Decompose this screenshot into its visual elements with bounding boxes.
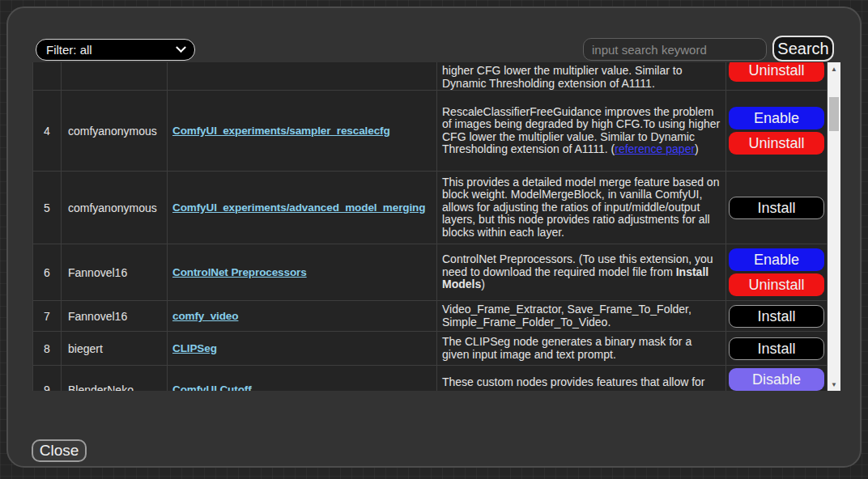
row-id-cell: 9 [32,366,62,391]
extension-title-link[interactable]: ComfyUI_experiments/sampler_rescalecfg [172,125,390,137]
description-text: The CLIPSeg node generates a binary mask… [442,335,691,361]
extension-title-link[interactable]: ComfyUI Cutoff [172,384,252,391]
row-author-cell [62,62,168,90]
enable-button[interactable]: Enable [729,248,824,271]
row-description-cell: These custom nodes provides features tha… [437,366,726,391]
extension-title-link[interactable]: ComfyUI_experiments/advanced_model_mergi… [172,201,425,214]
scrollbar-thumb[interactable] [829,97,839,131]
filter-dropdown-value: Filter: all [46,43,172,57]
row-author: Fannovel16 [68,266,127,279]
row-author-cell: comfyanonymous [62,91,168,171]
description-text: ) [481,278,485,290]
table-row: 4comfyanonymousComfyUI_experiments/sampl… [32,91,828,172]
extension-table: higher CFG lower the multiplier value. S… [32,62,828,391]
install-button[interactable]: Install [729,337,824,360]
reference-paper-link[interactable]: reference paper [615,142,695,155]
uninstall-button[interactable]: Uninstall [729,132,824,155]
scroll-down-icon[interactable]: ▼ [828,378,840,391]
row-actions-cell: EnableUninstall [726,244,828,300]
row-description: higher CFG lower the multiplier value. S… [442,65,721,90]
description-text: ) [695,142,699,155]
description-text: Video_Frame_Extractor, Save_Frame_To_Fol… [442,303,691,329]
install-button[interactable]: Install [729,197,824,219]
extension-title-link[interactable]: comfy_video [172,310,238,322]
table-row: 9BlenderNekoComfyUI CutoffThese custom n… [32,366,828,391]
row-id: 8 [44,342,50,355]
row-id: 9 [44,384,50,391]
row-author: comfyanonymous [68,201,157,214]
row-title-cell: CLIPSeg [168,332,437,365]
uninstall-button[interactable]: Uninstall [729,62,824,82]
row-description-cell: ControlNet Preprocessors. (To use this e… [437,244,726,300]
row-id-cell [32,62,62,90]
install-button[interactable]: Install [729,305,824,328]
row-id-cell: 5 [32,172,62,244]
row-description-cell: This provides a detailed model merge fea… [437,172,726,244]
row-description: The CLIPSeg node generates a binary mask… [442,336,721,361]
row-actions-cell: Disable [726,366,828,391]
custom-nodes-dialog: Filter: all Search higher CFG lower the … [6,6,862,468]
row-description: This provides a detailed model merge fea… [442,176,721,240]
row-id: 5 [44,201,50,214]
description-text: ControlNet Preprocessors. (To use this e… [442,252,713,278]
row-id: 4 [44,125,50,138]
row-id-cell: 4 [32,91,62,171]
row-description: Video_Frame_Extractor, Save_Frame_To_Fol… [442,303,721,329]
row-title-cell: ComfyUI_experiments/advanced_model_mergi… [168,172,437,244]
row-title-cell [168,62,437,90]
table-scrollbar[interactable]: ▲ ▼ [828,62,840,391]
table-row: 5comfyanonymousComfyUI_experiments/advan… [32,172,828,244]
enable-button[interactable]: Enable [729,107,824,129]
table-row: 8biegertCLIPSegThe CLIPSeg node generate… [32,332,828,366]
row-title-cell: ComfyUI_experiments/sampler_rescalecfg [168,91,437,171]
row-id: 7 [44,310,50,323]
search-input[interactable] [583,38,767,61]
row-author: Fannovel16 [68,310,127,323]
row-actions-cell: Uninstall [726,62,828,90]
row-author-cell: BlenderNeko [62,366,168,391]
row-author-cell: Fannovel16 [62,301,168,331]
extension-title-link[interactable]: CLIPSeg [172,342,217,354]
row-description: ControlNet Preprocessors. (To use this e… [442,253,721,291]
row-actions-cell: Install [726,172,828,244]
chevron-down-icon [176,42,186,53]
row-id: 6 [44,266,50,279]
row-author-cell: comfyanonymous [62,172,168,244]
description-text: These custom nodes provides features tha… [442,375,705,388]
row-author: biegert [68,342,103,355]
table-row: higher CFG lower the multiplier value. S… [32,62,828,91]
row-id-cell: 8 [32,332,62,365]
row-author-cell: biegert [62,332,168,365]
row-author: comfyanonymous [68,125,157,138]
extension-table-viewport: higher CFG lower the multiplier value. S… [32,62,840,391]
row-description-cell: Video_Frame_Extractor, Save_Frame_To_Fol… [437,301,726,331]
table-row: 7Fannovel16comfy_videoVideo_Frame_Extrac… [32,301,828,332]
row-actions-cell: EnableUninstall [726,91,828,171]
description-text: This provides a detailed model merge fea… [442,176,719,239]
close-button[interactable]: Close [32,439,87,462]
row-description: These custom nodes provides features tha… [442,376,721,389]
table-row: 6Fannovel16ControlNet PreprocessorsContr… [32,244,828,301]
row-description: RescaleClassifierFreeGuidance improves t… [442,106,721,156]
disable-button[interactable]: Disable [729,368,824,391]
row-description-cell: RescaleClassifierFreeGuidance improves t… [437,91,726,171]
row-description-cell: higher CFG lower the multiplier value. S… [437,62,726,90]
row-title-cell: ComfyUI Cutoff [168,366,437,391]
search-button[interactable]: Search [772,36,834,61]
filter-dropdown[interactable]: Filter: all [36,39,195,61]
extension-title-link[interactable]: ControlNet Preprocessors [172,266,307,278]
row-description-cell: The CLIPSeg node generates a binary mask… [437,332,726,365]
row-title-cell: ControlNet Preprocessors [168,244,437,300]
row-title-cell: comfy_video [168,301,437,331]
row-author: BlenderNeko [68,384,134,391]
row-id-cell: 7 [32,301,62,331]
row-actions-cell: Install [726,301,828,331]
uninstall-button[interactable]: Uninstall [729,273,824,296]
description-text: higher CFG lower the multiplier value. S… [442,64,682,90]
scroll-up-icon[interactable]: ▲ [828,62,840,75]
row-id-cell: 6 [32,244,62,300]
row-actions-cell: Install [726,332,828,365]
row-author-cell: Fannovel16 [62,244,168,300]
